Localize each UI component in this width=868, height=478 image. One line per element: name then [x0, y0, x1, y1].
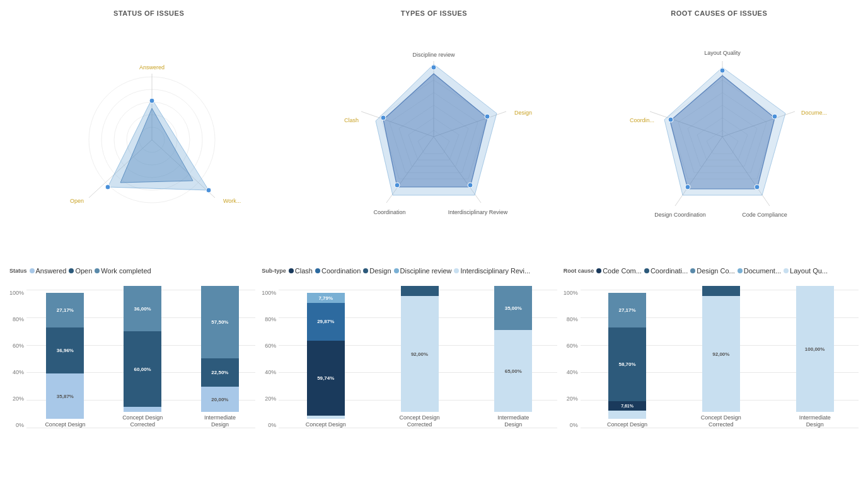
svg-text:Open: Open — [70, 198, 84, 204]
svg-text:Coordination: Coordination — [374, 209, 406, 215]
svg-point-29 — [485, 114, 490, 119]
svg-text:Clash: Clash — [344, 117, 359, 123]
status-bar-2: 36,00% 60,00% Concept Design Corrected — [107, 286, 178, 428]
svg-point-51 — [772, 114, 777, 119]
svg-text:Layout Quality: Layout Quality — [704, 50, 741, 56]
root-bar-title: Root cause — [564, 268, 594, 274]
status-bar-1: 27,17% 36,96% 35,87% Concept Design — [30, 293, 101, 428]
legend-codecom: Code Com... — [596, 267, 642, 275]
svg-text:Interdisciplinary Review: Interdisciplinary Review — [448, 209, 508, 215]
legend-clash: Clash — [289, 267, 313, 275]
root-bar-section: Root cause Code Com... Coordinati... Des… — [560, 267, 862, 472]
legend-design: Design — [363, 267, 391, 275]
legend-document: Document... — [738, 267, 781, 275]
types-bar-1: 7,79% 29,87% 59,74% Concept Design — [282, 293, 369, 428]
svg-text:Work...: Work... — [223, 198, 241, 204]
svg-point-31 — [395, 183, 400, 188]
status-radar-section: STATUS OF ISSUES — [6, 6, 291, 264]
status-bar-2-label: Concept Design Corrected — [120, 414, 165, 428]
svg-text:Discipline review: Discipline review — [413, 52, 456, 58]
svg-point-32 — [381, 115, 386, 120]
svg-text:Answered: Answered — [139, 64, 165, 71]
legend-discipline-review: Discipline review — [394, 267, 452, 275]
top-row: STATUS OF ISSUES — [6, 6, 862, 264]
svg-text:Design Coordination: Design Coordination — [654, 212, 706, 218]
legend-interdisciplinary: Interdisciplinary Revi... — [454, 267, 530, 275]
root-bar-1: 27,17% 58,70% 7,61% Concept Design — [584, 293, 671, 428]
types-radar-section: TYPES OF ISSUES — [291, 6, 576, 264]
svg-marker-49 — [670, 76, 775, 189]
legend-layoutqu: Layout Qu... — [784, 267, 828, 275]
root-bar-3-label: Intermediate Design — [793, 414, 837, 428]
status-bar-3: 57,50% 22,50% 20,00% Intermediate Design — [185, 286, 256, 428]
legend-open-label: Open — [75, 267, 92, 275]
svg-point-52 — [755, 185, 760, 190]
legend-coordination: Coordination — [315, 267, 361, 275]
svg-point-12 — [105, 185, 110, 190]
dashboard: STATUS OF ISSUES — [0, 0, 868, 478]
bottom-row: Status Answered Open Work completed 100% — [6, 264, 862, 472]
legend-designco: Design Co... — [690, 267, 735, 275]
status-bar-1-label: Concept Design — [45, 421, 85, 428]
status-radar: Answered Work... Open — [61, 20, 237, 222]
root-bar-1-label: Concept Design — [607, 421, 647, 428]
rootcauses-title: ROOT CAUSES OF ISSUES — [671, 9, 767, 17]
svg-point-11 — [206, 188, 211, 193]
types-bar-3-label: Intermediate Design — [491, 414, 535, 428]
svg-point-10 — [149, 98, 154, 103]
types-bar-section: Sub-type Clash Coordination Design Disci… — [258, 267, 560, 472]
root-bar-3: 100,00% Intermediate Design — [771, 286, 859, 428]
root-bar-2: 92,00% Concept Design Corrected — [677, 286, 765, 428]
types-bar-2-label: Concept Design Corrected — [398, 414, 442, 428]
types-bar-title: Sub-type — [262, 268, 286, 274]
rootcauses-radar-section: ROOT CAUSES OF ISSUES — [577, 6, 862, 264]
legend-coordinati: Coordinati... — [644, 267, 688, 275]
legend-open: Open — [69, 267, 92, 275]
legend-work-completed: Work completed — [95, 267, 151, 275]
legend-work-completed-label: Work completed — [101, 267, 151, 275]
svg-text:Code Compliance: Code Compliance — [742, 212, 787, 218]
legend-answered: Answered — [30, 267, 67, 275]
status-bar-title: Status — [9, 268, 27, 274]
svg-point-53 — [685, 185, 690, 190]
types-radar: Discipline review Design Interdisciplina… — [327, 20, 541, 222]
root-bar-2-label: Concept Design Corrected — [699, 414, 743, 428]
svg-point-28 — [431, 65, 436, 70]
svg-marker-27 — [383, 74, 487, 187]
svg-text:Design: Design — [514, 110, 532, 116]
svg-point-50 — [720, 68, 725, 73]
svg-point-30 — [468, 183, 473, 188]
types-bar-3: 35,00% 65,00% Intermediate Design — [470, 286, 557, 428]
status-title: STATUS OF ISSUES — [113, 9, 184, 17]
legend-answered-label: Answered — [36, 267, 67, 275]
status-bar-3-label: Intermediate Design — [198, 414, 242, 428]
svg-point-54 — [668, 117, 673, 122]
status-bar-section: Status Answered Open Work completed 100% — [6, 267, 258, 472]
types-bar-1-label: Concept Design — [306, 421, 346, 428]
svg-text:Coordin...: Coordin... — [630, 117, 654, 123]
types-title: TYPES OF ISSUES — [401, 9, 467, 17]
rootcauses-radar: Layout Quality Docume... Code Compliance… — [599, 20, 839, 222]
types-bar-2: 92,00% Concept Design Corrected — [376, 286, 463, 428]
svg-text:Docume...: Docume... — [801, 110, 827, 116]
